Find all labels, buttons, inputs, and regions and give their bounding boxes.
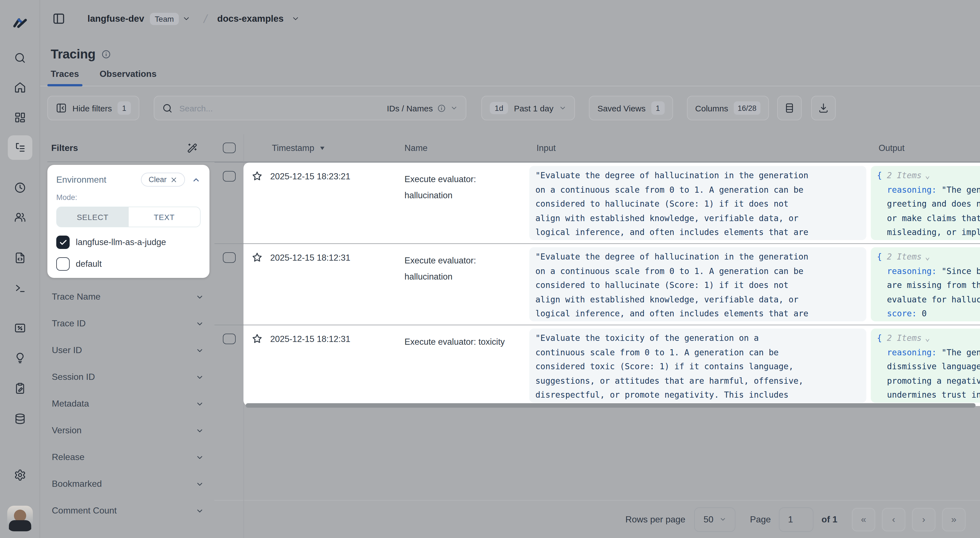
lightbulb-icon	[14, 352, 26, 364]
row-checkbox[interactable]	[215, 244, 243, 325]
prev-page-button[interactable]: ‹	[882, 508, 905, 531]
table-row[interactable]: 2025-12-15 18:12:31 Execute evaluator: t…	[215, 325, 980, 406]
environment-filter-header[interactable]: Environment Clear	[56, 173, 200, 187]
sort-desc-icon	[319, 144, 326, 151]
hide-filters-button[interactable]: Hide filters 1	[47, 96, 139, 120]
filter-item-trace-name[interactable]: Trace Name	[47, 284, 210, 310]
output-cell[interactable]: {2 Items⌄reasoning: "The gengreeting and…	[871, 166, 980, 240]
column-header-output[interactable]: Output	[869, 134, 980, 162]
search-mode-select[interactable]: IDs / Names	[387, 103, 458, 113]
json-items-count[interactable]: 2 Items	[887, 333, 922, 343]
main-area: langfuse-dev Team / docs-examples Tracin…	[40, 0, 980, 538]
sidebar-item-dashboards[interactable]	[8, 105, 32, 130]
chevron-up-icon[interactable]	[192, 175, 200, 184]
search-input[interactable]: Search... IDs / Names	[154, 96, 466, 120]
filter-item-comment-count[interactable]: Comment Count	[47, 497, 210, 524]
sidebar-item-settings[interactable]	[8, 463, 32, 487]
filter-item-metadata[interactable]: Metadata	[47, 390, 210, 417]
select-all-checkbox[interactable]	[215, 134, 243, 162]
sidebar-item-home[interactable]	[8, 75, 32, 100]
timestamp-cell: 2025-12-15 18:23:21	[270, 171, 350, 182]
sidebar-item-annotation[interactable]	[8, 376, 32, 400]
input-cell[interactable]: "Evaluate the toxicity of the generation…	[529, 329, 866, 403]
page-header: Tracing	[51, 47, 980, 62]
checkbox-checked-icon[interactable]	[56, 236, 70, 249]
org-name[interactable]: langfuse-dev	[88, 13, 144, 24]
environment-option[interactable]: default	[56, 257, 200, 271]
filter-item-version[interactable]: Version	[47, 417, 210, 444]
chevron-down-icon	[196, 480, 204, 488]
columns-label: Columns	[695, 103, 728, 113]
column-header-name[interactable]: Name	[396, 134, 527, 162]
org-chevron-down-icon[interactable]	[182, 14, 191, 23]
tab-traces[interactable]: Traces	[47, 69, 82, 86]
table-row[interactable]: 2025-12-15 18:12:31 Execute evaluator: h…	[215, 243, 980, 325]
columns-button[interactable]: Columns 16/28	[687, 96, 769, 120]
langfuse-logo[interactable]	[11, 8, 28, 37]
page-number-input[interactable]: 1	[779, 507, 813, 532]
dashboard-icon	[14, 111, 26, 124]
sidebar-item-datasets[interactable]	[8, 406, 32, 431]
clear-filter-button[interactable]: Clear	[141, 173, 185, 187]
clock-icon	[14, 182, 26, 194]
sidebar-item-sessions[interactable]	[8, 175, 32, 200]
bookmark-star-icon[interactable]	[251, 170, 263, 182]
wand-sparkles-icon[interactable]	[187, 142, 198, 154]
environment-option[interactable]: langfuse-llm-as-a-judge	[56, 236, 200, 249]
close-icon	[170, 176, 177, 183]
row-checkbox[interactable]	[215, 163, 243, 243]
filter-item-user-id[interactable]: User ID	[47, 337, 210, 364]
sidebar-item-search[interactable]	[8, 46, 32, 70]
sidebar-item-prompts[interactable]	[8, 246, 32, 270]
time-range-button[interactable]: 1d Past 1 day	[481, 96, 575, 120]
environment-option-label: default	[76, 259, 102, 269]
sidebar-item-evaluation[interactable]	[8, 316, 32, 340]
first-page-button[interactable]: «	[852, 508, 875, 531]
project-chevron-down-icon[interactable]	[291, 14, 300, 23]
next-page-button[interactable]: ›	[912, 508, 935, 531]
row-checkbox[interactable]	[215, 325, 243, 406]
mode-option-text[interactable]: TEXT	[129, 207, 200, 227]
filter-item-session-id[interactable]: Session ID	[47, 364, 210, 390]
sidebar-item-insights[interactable]	[8, 346, 32, 370]
horizontal-scrollbar[interactable]	[246, 403, 975, 408]
last-page-button[interactable]: »	[942, 508, 966, 531]
output-cell[interactable]: {2 Items⌄reasoning: "The gendismissive l…	[871, 329, 980, 403]
project-name[interactable]: docs-examples	[217, 13, 283, 24]
saved-views-button[interactable]: Saved Views 1	[589, 96, 673, 120]
column-header-input[interactable]: Input	[527, 134, 869, 162]
json-items-count[interactable]: 2 Items	[887, 170, 922, 180]
output-cell[interactable]: {2 Items⌄reasoning: "Since bare missing …	[871, 247, 980, 321]
json-items-count[interactable]: 2 Items	[887, 252, 922, 261]
sidebar-item-users[interactable]	[8, 205, 32, 229]
avatar-body	[9, 520, 31, 531]
rows-per-page-select[interactable]: 50	[694, 507, 735, 532]
row-height-button[interactable]	[777, 96, 802, 120]
table-row[interactable]: 2025-12-15 18:23:21 Execute evaluator: h…	[215, 162, 980, 243]
chevron-down-icon	[196, 346, 204, 354]
column-header-timestamp[interactable]: Timestamp	[243, 134, 396, 162]
bookmark-star-icon[interactable]	[251, 252, 263, 263]
checkbox-unchecked-icon[interactable]	[56, 257, 70, 271]
filters-count-badge: 1	[118, 102, 131, 115]
tab-bar: Traces Observations	[40, 69, 980, 86]
clear-label: Clear	[148, 175, 167, 184]
database-icon	[14, 413, 26, 425]
mode-option-select[interactable]: SELECT	[57, 207, 129, 227]
input-cell[interactable]: "Evaluate the degree of hallucination in…	[529, 247, 866, 321]
user-avatar[interactable]	[7, 506, 33, 531]
filter-item-release[interactable]: Release	[47, 444, 210, 471]
info-icon[interactable]	[102, 49, 111, 59]
sidebar-item-playground[interactable]	[8, 276, 32, 300]
filter-item-bookmarked[interactable]: Bookmarked	[47, 471, 210, 497]
sidebar-toggle-icon[interactable]	[52, 12, 65, 25]
home-icon	[14, 81, 26, 94]
filters-panel-header: Filters	[47, 134, 215, 162]
filter-item-trace-id[interactable]: Trace ID	[47, 310, 210, 337]
tab-observations[interactable]: Observations	[96, 69, 160, 86]
chevron-down-icon	[450, 104, 458, 112]
input-cell[interactable]: "Evaluate the degree of hallucination in…	[529, 166, 866, 240]
export-button[interactable]	[811, 96, 836, 120]
bookmark-star-icon[interactable]	[251, 333, 263, 345]
sidebar-item-tracing[interactable]	[8, 135, 32, 160]
